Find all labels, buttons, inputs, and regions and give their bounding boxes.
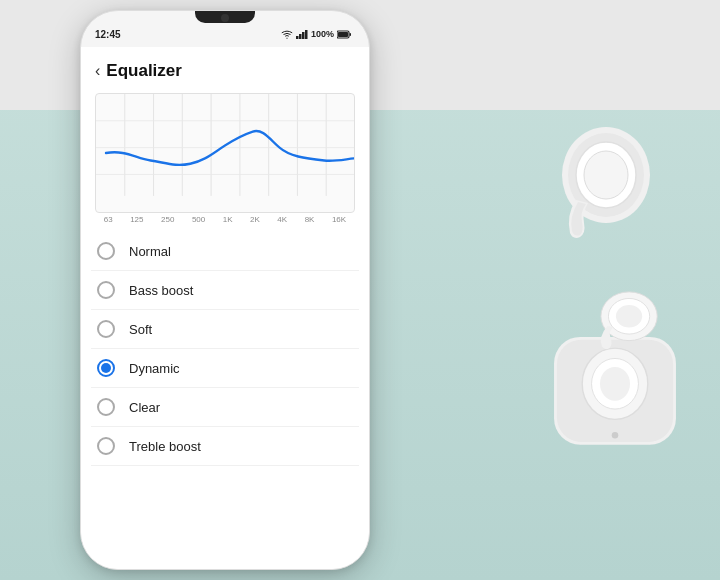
page-title: Equalizer bbox=[106, 61, 182, 81]
eq-chart bbox=[95, 93, 355, 213]
freq-250: 250 bbox=[161, 215, 174, 224]
svg-rect-2 bbox=[302, 32, 305, 39]
eq-freq-labels: 63 125 250 500 1K 2K 4K 8K 16K bbox=[81, 213, 369, 226]
freq-63: 63 bbox=[104, 215, 113, 224]
radio-soft bbox=[97, 320, 115, 338]
svg-point-27 bbox=[612, 432, 619, 439]
option-label-bass_boost: Bass boost bbox=[129, 283, 193, 298]
radio-normal bbox=[97, 242, 115, 260]
phone-camera bbox=[221, 14, 229, 22]
earbud-right-shape bbox=[538, 115, 668, 245]
option-label-soft: Soft bbox=[129, 322, 152, 337]
freq-1k: 1K bbox=[223, 215, 233, 224]
svg-point-21 bbox=[584, 151, 628, 199]
freq-8k: 8K bbox=[305, 215, 315, 224]
earbud-case bbox=[540, 290, 690, 460]
radio-bass_boost bbox=[97, 281, 115, 299]
freq-2k: 2K bbox=[250, 215, 260, 224]
status-bar: 12:45 100% bbox=[81, 23, 369, 45]
wifi-icon bbox=[281, 29, 293, 39]
earbud-case-shape bbox=[540, 290, 690, 449]
freq-500: 500 bbox=[192, 215, 205, 224]
option-label-treble_boost: Treble boost bbox=[129, 439, 201, 454]
eq-option-soft[interactable]: Soft bbox=[91, 310, 359, 349]
battery-icon bbox=[337, 30, 351, 39]
svg-point-30 bbox=[616, 305, 642, 328]
radio-dynamic bbox=[97, 359, 115, 377]
eq-option-normal[interactable]: Normal bbox=[91, 232, 359, 271]
phone: 12:45 100% ‹ bbox=[80, 10, 370, 570]
option-label-normal: Normal bbox=[129, 244, 171, 259]
back-button[interactable]: ‹ bbox=[95, 62, 100, 80]
svg-rect-1 bbox=[299, 34, 302, 39]
freq-4k: 4K bbox=[277, 215, 287, 224]
svg-rect-0 bbox=[296, 36, 299, 39]
eq-curve bbox=[96, 94, 354, 212]
eq-option-dynamic[interactable]: Dynamic bbox=[91, 349, 359, 388]
eq-option-treble_boost[interactable]: Treble boost bbox=[91, 427, 359, 466]
eq-options-list: NormalBass boostSoftDynamicClearTreble b… bbox=[81, 232, 369, 466]
svg-rect-3 bbox=[305, 30, 308, 39]
eq-option-bass_boost[interactable]: Bass boost bbox=[91, 271, 359, 310]
option-label-clear: Clear bbox=[129, 400, 160, 415]
eq-option-clear[interactable]: Clear bbox=[91, 388, 359, 427]
status-icons: 100% bbox=[281, 29, 351, 39]
status-time: 12:45 bbox=[95, 29, 121, 40]
phone-screen: ‹ Equalizer bbox=[81, 47, 369, 569]
radio-treble_boost bbox=[97, 437, 115, 455]
radio-clear bbox=[97, 398, 115, 416]
svg-rect-6 bbox=[350, 33, 352, 36]
battery-label: 100% bbox=[311, 29, 334, 39]
app-header: ‹ Equalizer bbox=[81, 47, 369, 89]
freq-16k: 16K bbox=[332, 215, 346, 224]
svg-point-26 bbox=[600, 367, 630, 401]
earbud-right bbox=[538, 115, 668, 245]
svg-rect-5 bbox=[338, 32, 348, 37]
option-label-dynamic: Dynamic bbox=[129, 361, 180, 376]
signal-icon bbox=[296, 29, 308, 39]
freq-125: 125 bbox=[130, 215, 143, 224]
